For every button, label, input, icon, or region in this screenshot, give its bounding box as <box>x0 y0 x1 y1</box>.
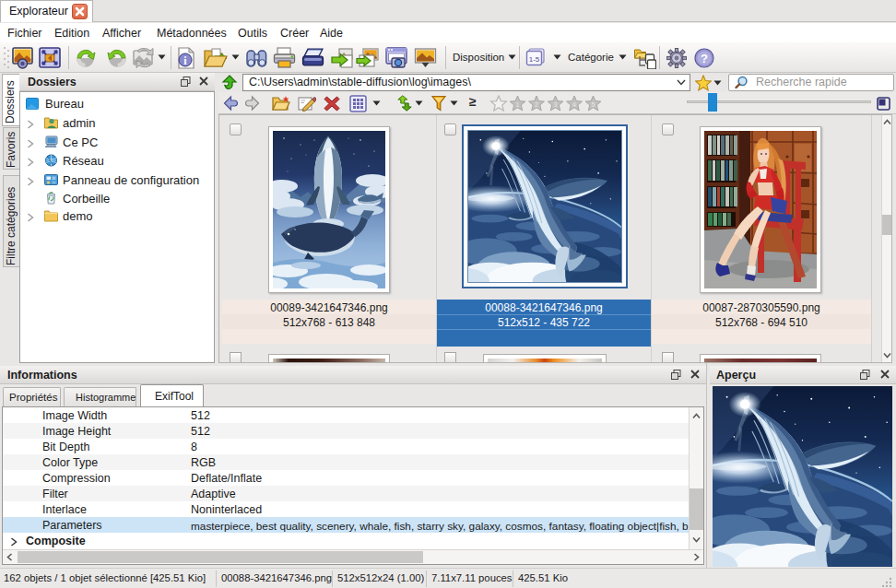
svg-text:1-5: 1-5 <box>529 55 540 64</box>
svg-text:1: 1 <box>516 101 520 108</box>
svg-text:5: 5 <box>592 101 595 108</box>
svg-text:?: ? <box>701 52 708 65</box>
svg-text:2: 2 <box>535 101 538 108</box>
svg-text:4: 4 <box>572 101 576 108</box>
svg-text:3: 3 <box>554 101 558 108</box>
